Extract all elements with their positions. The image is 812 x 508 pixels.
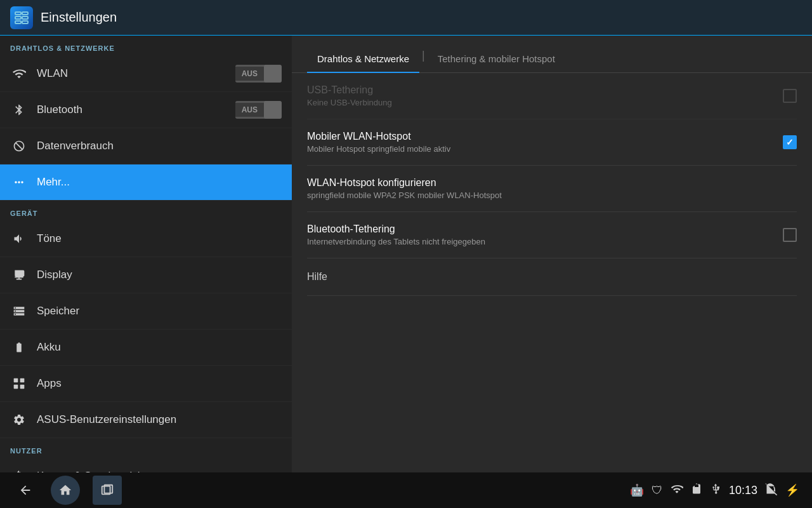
wlan-hotspot-config-title: WLAN-Hotspot konfigurieren — [307, 177, 797, 189]
app-icon — [10, 6, 33, 29]
usb-icon — [710, 483, 721, 498]
sidebar-item-mehr[interactable]: Mehr... — [0, 164, 292, 201]
android-icon: 🤖 — [630, 483, 644, 497]
sidebar-item-apps[interactable]: Apps — [0, 366, 292, 402]
wlan-hotspot-config-subtitle: springfield mobile WPA2 PSK mobiler WLAN… — [307, 190, 797, 200]
sound-icon — [10, 230, 28, 248]
tab-drahtlos[interactable]: Drahtlos & Netzwerke — [307, 46, 419, 73]
wlan-hotspot-config-text: WLAN-Hotspot konfigurieren springfield m… — [307, 177, 797, 200]
recents-button[interactable] — [93, 476, 122, 505]
bluetooth-label: Bluetooth — [37, 104, 235, 116]
bluetooth-tethering-title: Bluetooth-Tethering — [307, 224, 783, 235]
battery-status-icon: ⚡ — [785, 483, 799, 497]
bluetooth-tethering-subtitle: Internetverbindung des Tablets nicht fre… — [307, 237, 783, 246]
row-wlan-hotspot-config[interactable]: WLAN-Hotspot konfigurieren springfield m… — [307, 166, 797, 212]
svg-rect-1 — [22, 12, 28, 15]
sd-card-icon — [691, 483, 702, 498]
sidebar-item-bluetooth[interactable]: Bluetooth AUS — [0, 92, 292, 128]
content-pane: Drahtlos & Netzwerke | Tethering & mobil… — [292, 36, 812, 472]
data-usage-icon — [10, 137, 28, 155]
tab-divider: | — [422, 49, 425, 70]
row-mobiler-hotspot[interactable]: Mobiler WLAN-Hotspot Mobiler Hotspot spr… — [307, 119, 797, 166]
sidebar-item-akku[interactable]: Akku — [0, 330, 292, 366]
topbar: Einstellungen — [0, 0, 812, 36]
mehr-icon — [10, 173, 28, 191]
datenverbrauch-label: Datenverbrauch — [37, 140, 282, 152]
bluetooth-tethering-checkbox[interactable] — [783, 228, 797, 242]
tab-tethering[interactable]: Tethering & mobiler Hotspot — [428, 46, 565, 73]
section-header-drahtlos: DRAHTLOS & NETZWERKE — [0, 36, 292, 56]
svg-rect-9 — [20, 385, 25, 389]
apps-label: Apps — [37, 377, 282, 390]
mobiler-hotspot-title: Mobiler WLAN-Hotspot — [307, 131, 783, 142]
sidebar-item-display[interactable]: Display — [0, 257, 292, 293]
svg-rect-4 — [15, 21, 21, 23]
content-list: USB-Tethering Keine USB-Verbindung Mobil… — [292, 73, 812, 296]
apps-icon — [10, 375, 28, 392]
section-header-geraet: GERÄT — [0, 201, 292, 221]
sidebar-item-datenverbrauch[interactable]: Datenverbrauch — [0, 128, 292, 164]
wlan-label: WLAN — [37, 67, 235, 80]
row-hilfe[interactable]: Hilfe — [307, 258, 797, 296]
svg-rect-0 — [15, 12, 21, 15]
nav-buttons — [13, 476, 122, 505]
mobiler-hotspot-checkbox[interactable] — [783, 135, 797, 149]
usb-tethering-subtitle: Keine USB-Verbindung — [307, 98, 783, 107]
toene-label: Töne — [37, 232, 282, 245]
usb-tethering-title: USB-Tethering — [307, 84, 783, 96]
display-icon — [10, 266, 28, 284]
wifi-icon — [10, 65, 28, 83]
sidebar-item-konten[interactable]: Konten & Synchronisierung — [0, 458, 292, 472]
display-label: Display — [37, 269, 282, 281]
app-title: Einstellungen — [41, 10, 117, 25]
section-header-nutzer: NUTZER — [0, 438, 292, 458]
sidebar-item-toene[interactable]: Töne — [0, 221, 292, 257]
wlan-toggle[interactable]: AUS — [235, 65, 282, 83]
svg-rect-7 — [20, 378, 25, 383]
mobiler-hotspot-subtitle: Mobiler Hotspot springfield mobile aktiv — [307, 144, 783, 154]
hilfe-label: Hilfe — [307, 271, 327, 282]
sidebar: DRAHTLOS & NETZWERKE WLAN AUS Bluetooth — [0, 36, 292, 472]
usb-tethering-text: USB-Tethering Keine USB-Verbindung — [307, 84, 783, 107]
svg-rect-8 — [14, 385, 18, 389]
sidebar-item-wlan[interactable]: WLAN AUS — [0, 56, 292, 92]
status-bar: 🤖 🛡 10:13 ⚡ — [630, 483, 799, 498]
svg-rect-6 — [14, 378, 18, 383]
bottombar: 🤖 🛡 10:13 ⚡ — [0, 472, 812, 508]
bluetooth-icon — [10, 101, 28, 119]
home-button[interactable] — [51, 476, 80, 505]
akku-label: Akku — [37, 341, 282, 354]
wifi-status-icon — [671, 483, 683, 498]
main-layout: DRAHTLOS & NETZWERKE WLAN AUS Bluetooth — [0, 36, 812, 472]
sidebar-item-speicher[interactable]: Speicher — [0, 293, 292, 330]
svg-rect-3 — [22, 17, 28, 19]
speicher-label: Speicher — [37, 305, 282, 318]
usb-tethering-checkbox — [783, 89, 797, 103]
battery-icon — [10, 338, 28, 356]
back-button[interactable] — [13, 478, 38, 503]
svg-rect-2 — [15, 17, 21, 19]
row-bluetooth-tethering[interactable]: Bluetooth-Tethering Internetverbindung d… — [307, 212, 797, 258]
shield-icon: 🛡 — [652, 484, 663, 497]
storage-icon — [10, 302, 28, 320]
asus-settings-icon — [10, 411, 28, 429]
asus-label: ASUS-Benutzereinstellungen — [37, 413, 282, 426]
bluetooth-toggle[interactable]: AUS — [235, 101, 282, 119]
content-tabs: Drahtlos & Netzwerke | Tethering & mobil… — [292, 36, 812, 73]
sidebar-item-asus[interactable]: ASUS-Benutzereinstellungen — [0, 402, 292, 438]
network-icon — [765, 483, 778, 498]
bluetooth-tethering-text: Bluetooth-Tethering Internetverbindung d… — [307, 224, 783, 246]
mehr-label: Mehr... — [37, 176, 282, 189]
sync-icon — [10, 467, 28, 472]
mobiler-hotspot-text: Mobiler WLAN-Hotspot Mobiler Hotspot spr… — [307, 131, 783, 154]
svg-rect-5 — [22, 21, 28, 23]
status-time: 10:13 — [729, 484, 757, 497]
row-usb-tethering: USB-Tethering Keine USB-Verbindung — [307, 73, 797, 119]
